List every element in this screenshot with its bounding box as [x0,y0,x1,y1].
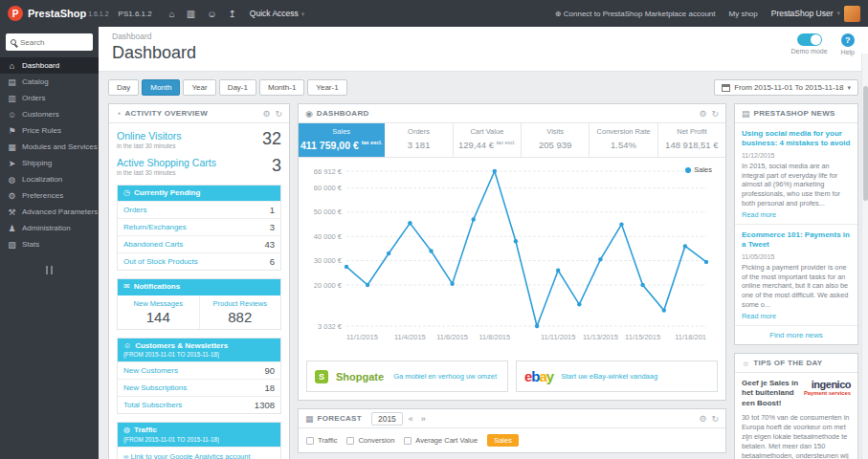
ebay-ad[interactable]: ebay Start uw eBay-winkel vandaag [516,361,718,392]
kpi-net-profit[interactable]: Net Profit 148 918,51 € [658,123,725,157]
forecast-next-button[interactable]: » [419,414,428,424]
forecast-legend-conversion[interactable]: Conversion [346,436,394,445]
article-title-link[interactable]: Ecommerce 101: Payments in a Tweet [742,230,851,251]
kpi-conversion-rate[interactable]: Conversion Rate 1.54% [590,123,657,157]
pending-row-orders[interactable]: Orders 1 [118,201,280,218]
administration-icon: ♟ [8,224,16,233]
google-analytics-link[interactable]: ∞ Link to your Google Analytics account [123,452,251,459]
total-subscribers-row[interactable]: Total Subscribers 1308 [118,396,280,413]
forecast-legend-traffic[interactable]: Traffic [306,436,337,445]
demo-mode-toggle[interactable]: Demo mode [790,33,827,55]
pending-row-abandoned-carts[interactable]: Abandoned Carts 43 [118,235,280,252]
checkbox-icon[interactable] [346,437,354,445]
chart-legend[interactable]: Sales [685,165,712,174]
filter-day-1-button[interactable]: Day-1 [219,79,256,96]
checkbox-icon[interactable] [404,437,412,445]
breadcrumb[interactable]: Dashboard [112,32,855,41]
shopgate-ad[interactable]: S Shopgate Ga mobiel en verhoog uw omzet [306,361,508,392]
sidebar-item-label: Orders [22,94,45,102]
svg-text:11/4/2015: 11/4/2015 [394,333,426,341]
marketplace-label: Connect to PrestaShop Marketplace accoun… [564,10,716,18]
pending-title: Currently Pending [134,188,200,197]
gear-icon[interactable]: ⚙ [699,109,706,119]
page-scrollbar[interactable] [861,54,868,459]
new-subscriptions-row[interactable]: New Subscriptions 18 [118,379,280,396]
sidebar-item-dashboard[interactable]: ⌂ Dashboard [0,57,99,74]
checkbox-icon[interactable] [306,437,314,445]
gear-icon[interactable]: ⚙ [262,109,270,119]
upload-icon[interactable]: ↥ [228,9,235,19]
online-visitors-label[interactable]: Online Visitors [117,130,182,142]
brand-name: PrestaShop [28,8,86,19]
sales-chart[interactable]: 66 912 €60 000 €50 000 €40 000 €30 000 €… [300,162,723,355]
active-carts-label[interactable]: Active Shopping Carts [117,157,216,168]
pending-row-out-of-stock[interactable]: Out of Stock Products 6 [118,252,280,270]
article-title-link[interactable]: Using social media for your business: 4 … [742,129,851,149]
sidebar-item-orders[interactable]: ▥ Orders [0,90,99,106]
search-input[interactable] [20,38,88,47]
filter-year-button[interactable]: Year [183,79,215,96]
new-customers-row[interactable]: New Customers 90 [118,361,280,379]
filter-year-1-button[interactable]: Year-1 [307,79,346,96]
sidebar-item-stats[interactable]: ▧ Stats [0,236,99,252]
sidebar-item-customers[interactable]: ☺ Customers [0,106,99,122]
kpi-sales[interactable]: Sales 411 759,00 € tax excl. [299,123,385,157]
sidebar-item-label: Shipping [22,159,52,167]
scrollbar-thumb[interactable] [863,86,868,201]
currently-pending-section: ◷Currently Pending Orders 1 Return/Excha… [117,185,281,271]
help-icon[interactable]: ? [841,33,855,47]
new-messages-cell[interactable]: New Messages 144 [118,295,199,329]
online-visitors-row[interactable]: Online Visitors in the last 30 minutes 3… [117,129,281,149]
read-more-link[interactable]: Read more [742,210,851,219]
kpi-cart-value[interactable]: Cart Value 129,44 € tax excl. [454,123,522,157]
active-carts-row[interactable]: Active Shopping Carts in the last 30 min… [117,156,281,176]
customers-topbar-icon[interactable]: ☺ [207,9,216,19]
sidebar-search[interactable] [6,33,93,51]
user-menu[interactable]: PrestaShop User ▾ [771,6,860,22]
date-range-picker[interactable]: From 2015-11-01 To 2015-11-18 ▾ [714,79,858,96]
forecast-year-select[interactable]: 2015 [371,412,403,426]
chevron-down-icon: ▾ [836,10,840,17]
forecast-legend-average-cart-value[interactable]: Average Cart Value [404,436,478,445]
gear-icon[interactable]: ⚙ [699,414,706,424]
pending-row-returns[interactable]: Return/Exchanges 3 [118,218,280,235]
find-more-news-link[interactable]: Find more news [735,326,857,344]
refresh-icon[interactable]: ↻ [711,414,719,424]
svg-text:11/18/201: 11/18/201 [675,333,706,341]
shopgate-link[interactable]: Ga mobiel en verhoog uw omzet [393,372,497,381]
sidebar-item-preferences[interactable]: ⚙ Preferences [0,187,99,204]
sidebar-collapse-button[interactable] [42,266,57,274]
user-avatar [844,6,860,22]
filter-month-1-button[interactable]: Month-1 [259,79,304,96]
kpi-visits[interactable]: Visits 205 939 [522,123,590,157]
svg-text:11/1/2015: 11/1/2015 [346,333,378,341]
forecast-legend-sales-active[interactable]: Sales [487,434,519,447]
sidebar-item-catalog[interactable]: ▤ Catalog [0,74,99,90]
filter-day-button[interactable]: Day [108,79,139,96]
forecast-panel-title: FORECAST [318,414,362,423]
refresh-icon[interactable]: ↻ [711,109,719,119]
my-shop-link[interactable]: My shop [729,10,758,18]
sidebar-item-modules[interactable]: ▦ Modules and Services [0,139,99,155]
forecast-prev-button[interactable]: « [407,414,415,424]
sidebar-item-localization[interactable]: ◍ Localization [0,171,99,187]
sidebar-item-price-rules[interactable]: ⚑ Price Rules [0,122,99,139]
sidebar-item-shipping[interactable]: ➤ Shipping [0,155,99,171]
read-more-link[interactable]: Read more [742,312,851,320]
shop-icon[interactable]: ⌂ [169,9,175,19]
ebay-link[interactable]: Start uw eBay-winkel vandaag [561,372,657,381]
refresh-icon[interactable]: ↻ [275,109,282,119]
marketplace-link[interactable]: ⊕ Connect to PrestaShop Marketplace acco… [555,10,716,18]
kpi-orders[interactable]: Orders 3 181 [385,123,453,157]
help-button[interactable]: ? Help [841,33,855,55]
quick-access-menu[interactable]: Quick Access▾ [250,9,305,18]
sidebar-item-advanced-parameters[interactable]: ⚒ Advanced Parameters [0,204,99,220]
product-reviews-cell[interactable]: Product Reviews 882 [199,295,281,329]
sidebar-item-administration[interactable]: ♟ Administration [0,220,99,236]
filter-month-button[interactable]: Month [142,79,180,96]
gauge-icon: ◉ [305,109,313,119]
toggle-switch-icon[interactable] [797,33,822,46]
cart-icon[interactable]: ▥ [187,9,195,19]
pending-section-header: ◷Currently Pending [118,186,280,201]
traffic-section-header: ◍Traffic (FROM 2015-11-01 TO 2015-11-18) [118,423,280,447]
